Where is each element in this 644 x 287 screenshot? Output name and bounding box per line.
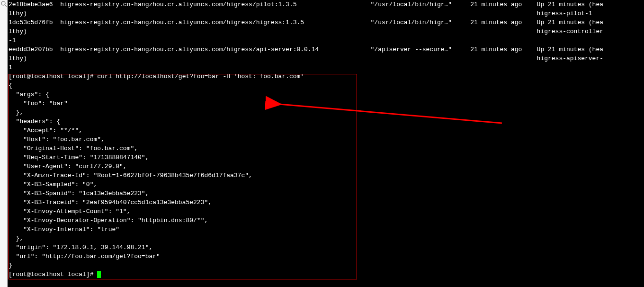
editor-gutter [0,0,8,287]
svg-point-0 [1,1,5,5]
svg-line-1 [5,5,7,7]
shell-prompt: [root@localhost local]# [9,271,97,278]
search-icon[interactable] [0,0,7,7]
terminal-output[interactable]: 2e18bebe3ae6 higress-registry.cn-hangzho… [8,0,644,287]
terminal-cursor [97,271,101,278]
